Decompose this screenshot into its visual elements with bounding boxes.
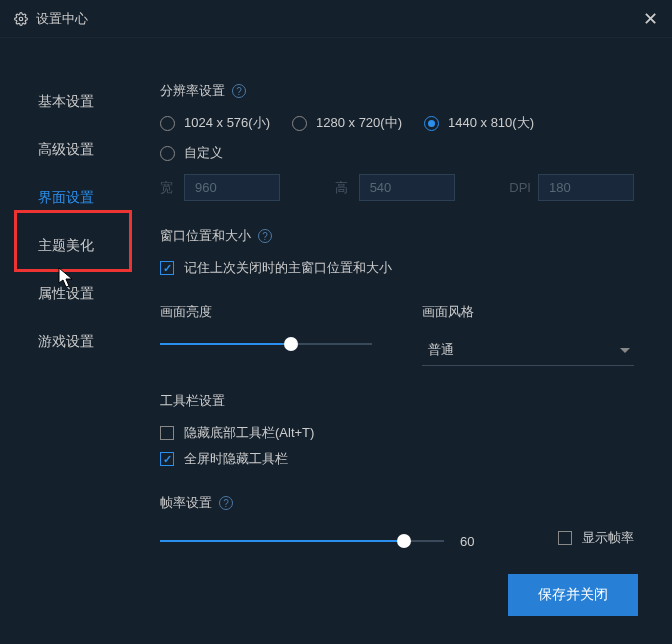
sidebar-item-game[interactable]: 游戏设置: [0, 318, 130, 366]
fps-section: 帧率设置 ? 60 显示帧率: [160, 494, 634, 550]
radio-1280[interactable]: 1280 x 720(中): [292, 114, 402, 132]
fps-title: 帧率设置: [160, 494, 212, 512]
close-icon[interactable]: ✕: [643, 8, 658, 30]
radio-label: 自定义: [184, 144, 223, 162]
fps-slider[interactable]: 60: [160, 532, 488, 550]
style-title: 画面风格: [422, 303, 474, 321]
sidebar-item-advanced[interactable]: 高级设置: [0, 126, 130, 174]
checkbox-label: 显示帧率: [582, 529, 634, 547]
sidebar-item-attributes[interactable]: 属性设置: [0, 270, 130, 318]
style-section: 画面风格 普通: [422, 303, 634, 366]
gear-icon: [14, 12, 28, 26]
checkbox-label: 全屏时隐藏工具栏: [184, 450, 288, 468]
help-icon[interactable]: ?: [219, 496, 233, 510]
brightness-section: 画面亮度: [160, 303, 372, 366]
hide-bottom-toolbar-checkbox[interactable]: 隐藏底部工具栏(Alt+T): [160, 424, 634, 442]
window-title: 设置中心: [36, 10, 88, 28]
radio-label: 1280 x 720(中): [316, 114, 402, 132]
width-input[interactable]: [184, 174, 280, 201]
chevron-down-icon: [620, 348, 630, 353]
svg-point-0: [19, 17, 23, 21]
style-value: 普通: [428, 341, 454, 359]
checkbox-label: 记住上次关闭时的主窗口位置和大小: [184, 259, 392, 277]
main-panel: 分辨率设置 ? 1024 x 576(小) 1280 x 720(中) 1440…: [130, 38, 672, 644]
radio-circle-icon: [292, 116, 307, 131]
height-input[interactable]: [359, 174, 455, 201]
sidebar-item-interface[interactable]: 界面设置: [0, 174, 130, 222]
brightness-title: 画面亮度: [160, 303, 212, 321]
resolution-title: 分辨率设置: [160, 82, 225, 100]
window-pos-title: 窗口位置和大小: [160, 227, 251, 245]
radio-1440[interactable]: 1440 x 810(大): [424, 114, 534, 132]
checkbox-icon: [558, 531, 572, 545]
radio-label: 1440 x 810(大): [448, 114, 534, 132]
titlebar: 设置中心 ✕: [0, 0, 672, 38]
radio-1024[interactable]: 1024 x 576(小): [160, 114, 270, 132]
toolbar-section: 工具栏设置 隐藏底部工具栏(Alt+T) 全屏时隐藏工具栏: [160, 392, 634, 468]
width-label: 宽: [160, 179, 174, 197]
brightness-slider[interactable]: [160, 335, 372, 353]
radio-label: 1024 x 576(小): [184, 114, 270, 132]
dpi-label: DPI: [509, 180, 528, 195]
dpi-input[interactable]: [538, 174, 634, 201]
sidebar: 基本设置 高级设置 界面设置 主题美化 属性设置 游戏设置: [0, 38, 130, 644]
style-select[interactable]: 普通: [422, 335, 634, 366]
fps-value: 60: [460, 534, 488, 549]
slider-thumb[interactable]: [397, 534, 411, 548]
save-close-button[interactable]: 保存并关闭: [508, 574, 638, 616]
height-label: 高: [335, 179, 349, 197]
radio-circle-icon: [160, 116, 175, 131]
checkbox-label: 隐藏底部工具栏(Alt+T): [184, 424, 314, 442]
window-pos-section: 窗口位置和大小 ? 记住上次关闭时的主窗口位置和大小: [160, 227, 634, 277]
help-icon[interactable]: ?: [232, 84, 246, 98]
radio-custom[interactable]: 自定义: [160, 144, 223, 162]
checkbox-icon: [160, 426, 174, 440]
toolbar-title: 工具栏设置: [160, 392, 225, 410]
sidebar-item-basic[interactable]: 基本设置: [0, 78, 130, 126]
slider-thumb[interactable]: [284, 337, 298, 351]
radio-circle-icon: [424, 116, 439, 131]
help-icon[interactable]: ?: [258, 229, 272, 243]
resolution-section: 分辨率设置 ? 1024 x 576(小) 1280 x 720(中) 1440…: [160, 82, 634, 201]
show-fps-checkbox[interactable]: 显示帧率: [558, 529, 634, 547]
hide-fullscreen-toolbar-checkbox[interactable]: 全屏时隐藏工具栏: [160, 450, 634, 468]
radio-circle-icon: [160, 146, 175, 161]
remember-window-checkbox[interactable]: 记住上次关闭时的主窗口位置和大小: [160, 259, 634, 277]
sidebar-item-theme[interactable]: 主题美化: [0, 222, 130, 270]
checkbox-icon: [160, 261, 174, 275]
checkbox-icon: [160, 452, 174, 466]
